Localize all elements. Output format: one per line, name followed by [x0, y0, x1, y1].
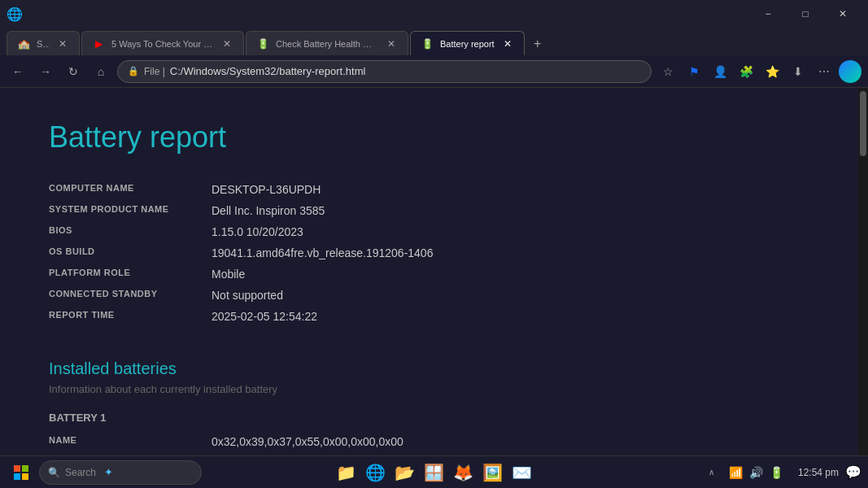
taskbar-file-explorer[interactable]: 📁 — [334, 460, 360, 486]
system-info-row: BIOS 1.15.0 10/20/2023 — [49, 221, 809, 242]
favorites-icon[interactable]: ☆ — [656, 60, 679, 83]
installed-batteries-subtitle: Information about each currently install… — [49, 383, 809, 395]
extensions-icon[interactable]: 🧩 — [735, 60, 757, 83]
search-icon: 🔍 — [48, 467, 60, 478]
tab-battery-report-title: Battery report — [440, 39, 495, 49]
scrollbar-thumb[interactable] — [860, 91, 866, 156]
profile-icon[interactable]: 👤 — [709, 60, 731, 83]
system-info-row: SYSTEM PRODUCT NAME Dell Inc. Inspiron 3… — [49, 200, 809, 221]
address-text: C:/Windows/System32/battery-report.html — [170, 65, 366, 77]
new-tab-button[interactable]: + — [526, 33, 549, 55]
battery-info-label: NAME — [49, 432, 212, 451]
tab-school-title: School — [37, 39, 50, 49]
system-info-value: Mobile — [212, 264, 809, 285]
system-info-row: REPORT TIME 2025-02-05 12:54:22 — [49, 306, 809, 327]
taskbar-firefox[interactable]: 🦊 — [451, 460, 477, 486]
tab-battery-report-close[interactable]: ✕ — [501, 37, 514, 50]
flag-icon[interactable]: ⚑ — [683, 60, 705, 83]
scrollbar[interactable] — [858, 88, 868, 455]
forward-button[interactable]: → — [34, 60, 57, 83]
back-button[interactable]: ← — [7, 60, 29, 83]
addressbar-actions: ☆ ⚑ 👤 🧩 ⭐ ⬇ ⋯ — [656, 60, 861, 83]
home-button[interactable]: ⌂ — [89, 60, 112, 83]
system-info-label: REPORT TIME — [49, 306, 212, 327]
maximize-button[interactable]: □ — [787, 0, 824, 28]
system-info-label: OS BUILD — [49, 242, 212, 264]
battery-tray-icon[interactable]: 🔋 — [770, 466, 783, 479]
system-info-row: OS BUILD 19041.1.amd64fre.vb_release.191… — [49, 242, 809, 264]
edge-icon — [839, 60, 861, 83]
addressbar: ← → ↻ ⌂ 🔒 File | C:/Windows/System32/bat… — [0, 55, 868, 88]
tabbar: 🏫 School ✕ ▶ 5 Ways To Check Your Hard D… — [0, 28, 868, 55]
svg-rect-0 — [14, 465, 20, 472]
file-badge: File | — [144, 66, 165, 77]
tray-expand[interactable]: ∧ — [700, 461, 722, 484]
copilot-icon: ✦ — [104, 466, 113, 478]
svg-rect-1 — [22, 465, 28, 472]
battery-info-value: 0x32,0x39,0x37,0x55,0x00,0x00,0x00 — [212, 432, 809, 451]
system-info-value: Not supported — [212, 285, 809, 306]
system-info-value: 19041.1.amd64fre.vb_release.191206-1406 — [212, 242, 809, 264]
system-info-row: COMPUTER NAME DESKTOP-L36UPDH — [49, 179, 809, 200]
taskbar-windows-store[interactable]: 🪟 — [421, 460, 447, 486]
refresh-button[interactable]: ↻ — [62, 60, 85, 83]
taskbar-search[interactable]: 🔍 Search ✦ — [39, 460, 202, 485]
taskbar-mail[interactable]: ✉️ — [509, 460, 535, 486]
system-info-value: DESKTOP-L36UPDH — [212, 179, 809, 200]
svg-rect-3 — [22, 473, 28, 480]
system-info-value: 1.15.0 10/20/2023 — [212, 221, 809, 242]
battery-label: BATTERY 1 — [49, 412, 809, 424]
tab-battery-report[interactable]: 🔋 Battery report ✕ — [410, 31, 525, 55]
taskbar-center: 📁 🌐 📂 🪟 🦊 🖼️ ✉️ — [334, 460, 535, 486]
system-info-label: SYSTEM PRODUCT NAME — [49, 200, 212, 221]
taskbar-right: ∧ 📶 🔊 🔋 12:54 pm 💬 — [700, 461, 861, 484]
taskbar-left: 🔍 Search ✦ — [7, 458, 202, 487]
system-info-value: Dell Inc. Inspiron 3585 — [212, 200, 809, 221]
browser-body: Battery report COMPUTER NAME DESKTOP-L36… — [0, 88, 868, 455]
tab-school-favicon: 🏫 — [17, 37, 30, 50]
minimize-button[interactable]: − — [749, 0, 787, 28]
system-info-label: PLATFORM ROLE — [49, 264, 212, 285]
tab-battery-health-favicon: 🔋 — [256, 37, 269, 50]
close-button[interactable]: ✕ — [824, 0, 861, 28]
battery-info-table: NAME 0x32,0x39,0x37,0x55,0x00,0x00,0x00 … — [49, 432, 809, 455]
taskbar: 🔍 Search ✦ 📁 🌐 📂 🪟 🦊 🖼️ ✉️ ∧ 📶 🔊 🔋 12:54… — [0, 455, 868, 488]
system-info-table: COMPUTER NAME DESKTOP-L36UPDH SYSTEM PRO… — [49, 179, 809, 327]
network-icon[interactable]: 📶 — [729, 466, 743, 479]
tab-battery-health-close[interactable]: ✕ — [385, 37, 398, 50]
system-info-value: 2025-02-05 12:54:22 — [212, 306, 809, 327]
notification-icon[interactable]: 💬 — [845, 464, 861, 480]
volume-icon[interactable]: 🔊 — [749, 466, 763, 479]
system-info-row: PLATFORM ROLE Mobile — [49, 264, 809, 285]
clock[interactable]: 12:54 pm — [790, 467, 839, 478]
page-title: Battery report — [49, 120, 809, 155]
battery-info-row: NAME 0x32,0x39,0x37,0x55,0x00,0x00,0x00 — [49, 432, 809, 451]
tab-youtube-title: 5 Ways To Check Your Hard Drive... — [111, 39, 214, 49]
system-info-label: CONNECTED STANDBY — [49, 285, 212, 306]
taskbar-edge[interactable]: 🌐 — [363, 460, 389, 486]
svg-rect-2 — [14, 473, 20, 480]
browser-logo: 🌐 — [7, 7, 23, 22]
start-button[interactable] — [7, 458, 36, 487]
star-icon[interactable]: ⭐ — [761, 60, 783, 83]
taskbar-folder[interactable]: 📂 — [392, 460, 418, 486]
tab-school[interactable]: 🏫 School ✕ — [7, 31, 80, 55]
tab-battery-report-favicon: 🔋 — [421, 37, 434, 50]
taskbar-photos[interactable]: 🖼️ — [480, 460, 506, 486]
tab-youtube-close[interactable]: ✕ — [220, 37, 233, 50]
tab-battery-health[interactable]: 🔋 Check Battery Health Win10 ✕ — [246, 31, 408, 55]
address-bar-input[interactable]: 🔒 File | C:/Windows/System32/battery-rep… — [117, 60, 652, 83]
tab-youtube[interactable]: ▶ 5 Ways To Check Your Hard Drive... ✕ — [81, 31, 244, 55]
system-info-label: BIOS — [49, 221, 212, 242]
tab-school-close[interactable]: ✕ — [56, 37, 69, 50]
lock-icon: 🔒 — [128, 66, 139, 76]
tab-youtube-favicon: ▶ — [92, 37, 105, 50]
download-icon[interactable]: ⬇ — [787, 60, 809, 83]
installed-batteries-title: Installed batteries — [49, 359, 809, 378]
page-content: Battery report COMPUTER NAME DESKTOP-L36… — [0, 88, 858, 455]
titlebar: 🌐 − □ ✕ — [0, 0, 868, 28]
more-button[interactable]: ⋯ — [813, 60, 835, 83]
search-label: Search — [65, 467, 96, 478]
system-info-label: COMPUTER NAME — [49, 179, 212, 200]
system-info-row: CONNECTED STANDBY Not supported — [49, 285, 809, 306]
